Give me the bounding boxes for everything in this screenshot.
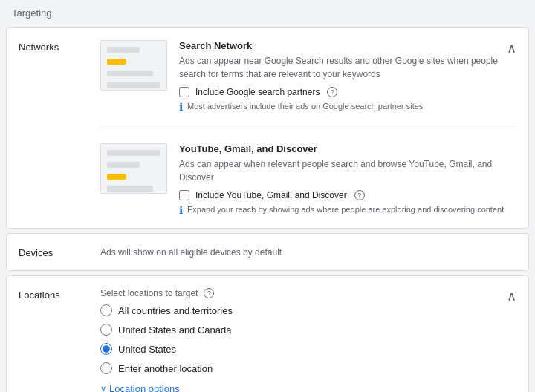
location-label-us-ca: United States and Canada xyxy=(118,324,232,336)
search-network-info-text: Most advertisers include their ads on Go… xyxy=(187,102,423,111)
networks-content: Search Network Ads can appear near Googl… xyxy=(100,40,516,216)
location-label-us: United States xyxy=(118,344,176,355)
locations-section: Locations Select locations to target ? A… xyxy=(6,275,529,392)
network-items: Search Network Ads can appear near Googl… xyxy=(100,40,516,216)
search-partners-help-icon[interactable]: ? xyxy=(327,87,337,97)
search-partners-checkbox[interactable] xyxy=(179,87,189,97)
network-divider xyxy=(100,128,516,128)
youtube-include-row[interactable]: Include YouTube, Gmail, and Discover ? xyxy=(179,190,516,200)
location-options-chevron: ∨ xyxy=(100,384,106,392)
locations-collapse-icon[interactable]: ∧ xyxy=(507,288,516,304)
search-network-title: Search Network xyxy=(179,40,516,51)
search-network-info-icon: ℹ xyxy=(179,101,183,113)
location-option-all[interactable]: All countries and territories xyxy=(100,304,516,316)
location-option-us[interactable]: United States xyxy=(100,343,516,355)
locations-radio-group: All countries and territories United Sta… xyxy=(100,304,516,374)
search-network-thumbnail xyxy=(100,40,167,91)
devices-description: Ads will show on all eligible devices by… xyxy=(100,247,282,258)
location-options-text: Location options xyxy=(109,383,180,392)
networks-label: Networks xyxy=(19,40,100,53)
locations-help-icon[interactable]: ? xyxy=(204,288,214,298)
page-title: Targeting xyxy=(0,0,535,23)
youtube-network-thumbnail xyxy=(100,143,167,194)
locations-content: Select locations to target ? All countri… xyxy=(100,288,516,392)
locations-select-label: Select locations to target ? xyxy=(100,288,516,298)
search-network-item: Search Network Ads can appear near Googl… xyxy=(100,40,516,113)
location-radio-us-ca[interactable] xyxy=(100,324,112,336)
youtube-network-info: ℹ Expand your reach by showing ads where… xyxy=(179,205,516,216)
youtube-info-text: Expand your reach by showing ads where p… xyxy=(187,205,504,214)
youtube-info-icon: ℹ xyxy=(179,204,183,216)
youtube-network-details: YouTube, Gmail, and Discover Ads can app… xyxy=(179,143,516,216)
location-radio-us[interactable] xyxy=(100,343,112,355)
search-network-details: Search Network Ads can appear near Googl… xyxy=(179,40,516,113)
search-partners-row[interactable]: Include Google search partners ? xyxy=(179,87,516,97)
location-label-other: Enter another location xyxy=(118,363,213,374)
devices-section: Devices Ads will show on all eligible de… xyxy=(6,233,529,271)
location-option-us-ca[interactable]: United States and Canada xyxy=(100,324,516,336)
devices-content: Ads will show on all eligible devices by… xyxy=(100,246,516,258)
youtube-network-description: Ads can appear when relevant people sear… xyxy=(179,157,516,184)
youtube-include-label: Include YouTube, Gmail, and Discover xyxy=(195,190,347,200)
networks-collapse-icon[interactable]: ∧ xyxy=(507,40,516,56)
devices-label: Devices xyxy=(19,246,100,258)
locations-label: Locations xyxy=(19,288,100,301)
location-radio-all[interactable] xyxy=(100,304,112,316)
search-partners-label: Include Google search partners xyxy=(195,87,320,97)
location-options-link[interactable]: ∨ Location options xyxy=(100,383,180,392)
youtube-include-checkbox[interactable] xyxy=(179,190,189,200)
location-option-other[interactable]: Enter another location xyxy=(100,362,516,374)
search-network-description: Ads can appear near Google Search result… xyxy=(179,54,516,81)
networks-section: Networks Search Network Ads can appear n… xyxy=(6,27,529,229)
location-label-all: All countries and territories xyxy=(118,305,233,316)
youtube-help-icon[interactable]: ? xyxy=(354,190,365,200)
location-radio-other[interactable] xyxy=(100,362,112,374)
youtube-network-title: YouTube, Gmail, and Discover xyxy=(179,143,516,154)
youtube-network-item: YouTube, Gmail, and Discover Ads can app… xyxy=(100,143,516,216)
search-network-info: ℹ Most advertisers include their ads on … xyxy=(179,102,516,113)
